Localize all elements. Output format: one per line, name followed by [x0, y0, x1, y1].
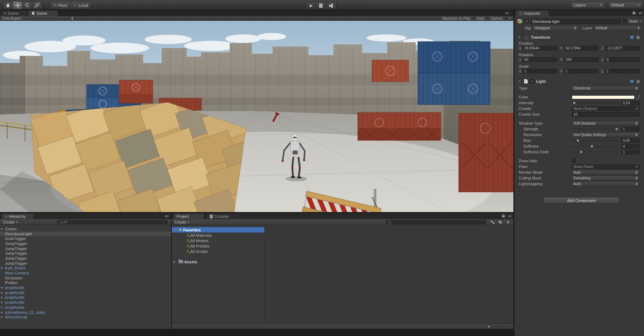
- property-dropdown[interactable]: Use Quality Settings: [572, 132, 640, 137]
- project-tree-item[interactable]: All Scripts: [172, 249, 264, 254]
- hierarchy-item[interactable]: JumpTrigger: [0, 241, 171, 246]
- light-enabled-checkbox[interactable]: ✓: [530, 79, 534, 83]
- game-view-canvas[interactable]: [0, 21, 513, 212]
- hierarchy-search-input[interactable]: All: [57, 220, 168, 224]
- local-toggle-button[interactable]: Local: [70, 1, 91, 9]
- hierarchy-item[interactable]: Directional light: [0, 231, 171, 236]
- project-tree-item[interactable]: All Prefabs: [172, 243, 264, 249]
- hierarchy-item[interactable]: ▶propHurdle: [0, 305, 171, 310]
- expand-arrow-icon[interactable]: ▶: [1, 286, 5, 289]
- checkbox[interactable]: [572, 159, 576, 163]
- property-dropdown[interactable]: Auto: [572, 181, 640, 186]
- panel-menu-icon[interactable]: ▾≡: [165, 214, 169, 218]
- vector-field-x[interactable]: 50: [523, 57, 557, 62]
- layout-dropdown[interactable]: Default ▾: [608, 2, 643, 8]
- hierarchy-item[interactable]: ▶tutorialArena_01_static: [0, 310, 171, 315]
- blue-containers-right[interactable]: [418, 42, 490, 105]
- hand-tool-button[interactable]: [3, 1, 13, 9]
- game-viewport[interactable]: [0, 21, 513, 212]
- slider-handle[interactable]: [488, 325, 491, 328]
- help-book-icon[interactable]: ?: [630, 79, 634, 83]
- value-field[interactable]: 0.05: [621, 138, 640, 143]
- vector-field-y[interactable]: 1: [564, 69, 599, 73]
- gear-icon[interactable]: [636, 79, 640, 84]
- project-tree-item[interactable]: ▼★Favorites: [172, 227, 264, 232]
- vector-field-x[interactable]: 28.00644: [523, 46, 557, 51]
- project-tree-item[interactable]: All Materials: [172, 232, 264, 238]
- slider-track[interactable]: [572, 152, 618, 152]
- hierarchy-create-button[interactable]: Create ▾: [1, 220, 19, 224]
- pause-button[interactable]: ▌▌: [316, 2, 326, 9]
- hierarchy-item[interactable]: ▶propHurdle: [0, 300, 171, 305]
- value-field[interactable]: 4: [621, 144, 640, 149]
- tab-console[interactable]: Console: [206, 213, 240, 219]
- gizmos-dropdown[interactable]: Gizmos: [488, 16, 506, 20]
- object-field[interactable]: None (Texture): [572, 106, 640, 111]
- vector-field-y[interactable]: 50.17864: [564, 46, 599, 51]
- lock-icon[interactable]: [502, 214, 505, 218]
- hierarchy-item[interactable]: ▶WrenchGrab: [0, 315, 171, 320]
- expand-arrow-icon[interactable]: ▶: [174, 260, 177, 263]
- add-component-button[interactable]: Add Component: [543, 197, 619, 204]
- panel-splitter[interactable]: [513, 10, 514, 336]
- expand-arrow-icon[interactable]: ▶: [1, 267, 5, 269]
- transform-header[interactable]: ▼ Transform ?: [517, 34, 642, 40]
- search-by-label-button[interactable]: [496, 220, 504, 224]
- hierarchy-item[interactable]: ▶propHurdle: [0, 290, 171, 295]
- eyedropper-icon[interactable]: ╱: [635, 95, 640, 100]
- value-field[interactable]: 1: [621, 150, 640, 154]
- move-tool-button[interactable]: [13, 1, 23, 9]
- project-tree-item[interactable]: All Models: [172, 238, 264, 243]
- project-asset-grid[interactable]: [265, 225, 513, 324]
- vector-field-y[interactable]: 330: [564, 57, 599, 62]
- project-search-input[interactable]: [386, 220, 487, 224]
- color-swatch[interactable]: [572, 95, 635, 99]
- expand-arrow-icon[interactable]: ▼: [174, 229, 177, 231]
- gameobject-name-field[interactable]: Directional light: [531, 19, 621, 24]
- expand-arrow-icon[interactable]: ▶: [1, 291, 5, 294]
- slider-handle[interactable]: [615, 128, 618, 131]
- hierarchy-item[interactable]: ▶propHurdle: [0, 295, 171, 300]
- vector-field-x[interactable]: 1: [523, 69, 557, 73]
- slider-track[interactable]: [572, 129, 618, 129]
- object-picker-icon[interactable]: [636, 107, 638, 110]
- slider-track[interactable]: [572, 140, 618, 141]
- hierarchy-item[interactable]: JumpTrigger: [0, 251, 171, 256]
- active-checkbox[interactable]: ✓: [525, 19, 529, 23]
- slider-track[interactable]: [572, 146, 618, 147]
- aspect-ratio-dropdown[interactable]: Free Aspect: [0, 16, 76, 20]
- project-create-button[interactable]: Create ▾: [173, 220, 191, 224]
- value-field[interactable]: 1: [621, 127, 640, 131]
- play-button[interactable]: ▶: [306, 2, 316, 9]
- search-by-type-button[interactable]: [488, 220, 496, 224]
- maximize-on-play-toggle[interactable]: Maximize on Play: [439, 16, 473, 20]
- object-picker-icon[interactable]: [636, 165, 638, 168]
- gear-icon[interactable]: [636, 35, 640, 40]
- tab-inspector[interactable]: Inspector: [516, 10, 549, 16]
- foldout-arrow-icon[interactable]: ▼: [518, 36, 522, 39]
- hierarchy-item[interactable]: ▶Kyle_Robot: [0, 266, 171, 271]
- hierarchy-item[interactable]: ▶Crates: [0, 226, 171, 231]
- expand-arrow-icon[interactable]: ▶: [1, 316, 5, 318]
- rotate-tool-button[interactable]: [23, 1, 32, 9]
- panel-splitter[interactable]: [0, 212, 513, 213]
- panel-splitter[interactable]: [171, 213, 172, 329]
- foldout-arrow-icon[interactable]: ▼: [518, 80, 522, 83]
- tab-game[interactable]: Game: [28, 10, 58, 16]
- expand-arrow-icon[interactable]: ▶: [1, 227, 5, 230]
- hierarchy-item[interactable]: JumpTrigger: [0, 256, 171, 261]
- slider-track[interactable]: [572, 103, 618, 103]
- hierarchy-item[interactable]: JumpTrigger: [0, 246, 171, 251]
- tab-scene[interactable]: # Scene: [0, 10, 27, 16]
- vector-field-z[interactable]: 0: [605, 57, 640, 62]
- thumbnail-size-slider[interactable]: [488, 326, 508, 327]
- pivot-toggle-button[interactable]: Pivot: [50, 1, 70, 9]
- hierarchy-item[interactable]: JumpTrigger: [0, 261, 171, 266]
- expand-arrow-icon[interactable]: ▶: [1, 301, 5, 304]
- stats-toggle[interactable]: Stats: [473, 16, 488, 20]
- vector-field-z[interactable]: -13.12677: [605, 46, 640, 51]
- layers-dropdown[interactable]: Layers ▾: [571, 2, 605, 8]
- panel-menu-icon[interactable]: ▾≡: [505, 11, 509, 15]
- favorites-star-button[interactable]: ★: [504, 220, 512, 224]
- slider-handle[interactable]: [573, 101, 576, 105]
